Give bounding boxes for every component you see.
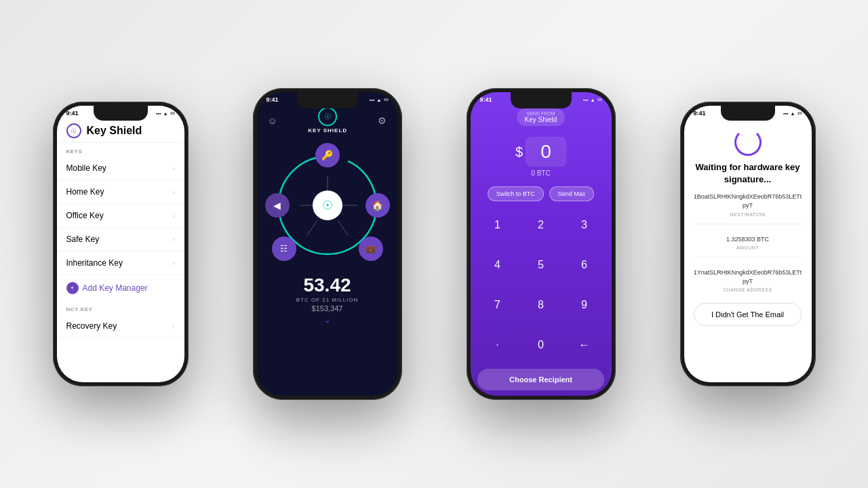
app-header: ☉ Key Shield	[57, 118, 184, 143]
app-title: Key Shield	[87, 125, 142, 137]
notch-2	[297, 92, 358, 108]
divider-1	[694, 224, 802, 224]
balance-section: 53.42 BTC OF 21 MILLION $153,347 ⌄	[296, 274, 359, 325]
spinner-icon	[734, 129, 762, 156]
usd-balance: $153,347	[296, 304, 359, 312]
status-icons-2: ▪▪▪ ▲ ▭	[370, 97, 388, 102]
battery-icon: ▭	[384, 97, 389, 102]
choose-recipient-btn[interactable]: Choose Recipient	[477, 369, 604, 390]
screen-4: 9:41 ▪▪▪ ▲ ▭ Waiting for hardware key si…	[684, 106, 812, 382]
numpad: 1 2 3 4 5 6 7 8 9 · 0 ←	[471, 205, 612, 365]
emergency-label: NCY KEY	[57, 301, 184, 314]
screen-2: 9:41 ▪▪▪ ▲ ▭ ☺ ☉ KEY SHIELD ⚙	[257, 92, 398, 396]
header-center: ☉ KEY SHIELD	[308, 107, 347, 134]
divider-2	[694, 257, 802, 258]
send-from-label: SEND FROM	[525, 111, 557, 116]
phone-2: 9:41 ▪▪▪ ▲ ▭ ☺ ☉ KEY SHIELD ⚙	[253, 88, 402, 400]
key-7[interactable]: 7	[476, 285, 519, 325]
screen-1: 9:41 ▪▪▪ ▲ ▭ ☉ Key Shield KEYS Mobile Ke…	[57, 106, 184, 382]
notch-1	[94, 106, 148, 121]
notch-3	[511, 92, 572, 108]
change-address-block: 1YnatSLRHtKNngkdXEeobR76b53LETtpyT CHANG…	[694, 268, 802, 292]
change-address-label: CHANGE ADDRESS	[694, 287, 802, 292]
status-icons-4: ▪▪▪ ▲ ▭	[783, 110, 802, 116]
node-bottom-right-icon[interactable]: 💼	[359, 237, 383, 261]
signal-icon: ▪▪▪	[583, 98, 588, 102]
battery-icon: ▭	[797, 110, 802, 116]
chevron-icon: ›	[172, 188, 174, 196]
center-icon: ☉	[313, 190, 342, 220]
wifi-icon: ▲	[591, 98, 595, 102]
destination-value: 1BoatSLRHtKNngkdXEeobR76b53LETtpyT	[694, 192, 802, 209]
key-3[interactable]: 3	[563, 205, 606, 245]
profile-icon[interactable]: ☺	[268, 115, 277, 126]
status-icons-1: ▪▪▪ ▲ ▭	[156, 110, 174, 116]
dollar-sign: $	[515, 144, 523, 160]
send-from-button[interactable]: SEND FROM Key Shield	[517, 108, 566, 126]
screen-3: 9:41 ▪▪▪ ▲ ▭ SEND FROM Key Shield $ 0	[471, 92, 612, 396]
node-right-icon[interactable]: 🏠	[366, 193, 390, 218]
time-4: 9:41	[694, 110, 706, 117]
key-4[interactable]: 4	[476, 245, 519, 285]
amount-input[interactable]: 0	[526, 137, 566, 167]
mobile-key-label: Mobile Key	[66, 163, 106, 173]
send-max-btn[interactable]: Send Max	[549, 186, 595, 201]
amount-value: 1.3258303 BTC	[694, 235, 802, 244]
dashboard-header: ☺ ☉ KEY SHIELD ⚙	[257, 104, 398, 139]
svg-line-4	[307, 220, 317, 235]
time-3: 9:41	[480, 96, 492, 103]
office-key-label: Office Key	[66, 211, 104, 220]
add-key-label: Add Key Manager	[83, 283, 148, 293]
chevron-icon: ›	[172, 165, 174, 172]
phone-3: 9:41 ▪▪▪ ▲ ▭ SEND FROM Key Shield $ 0	[467, 88, 616, 400]
dash-title: KEY SHIELD	[308, 127, 347, 134]
list-item-safe[interactable]: Safe Key ›	[57, 228, 184, 251]
status-icons-3: ▪▪▪ ▲ ▭	[583, 97, 601, 102]
list-item-office[interactable]: Office Key ›	[57, 204, 184, 228]
key-0[interactable]: 0	[519, 325, 563, 365]
recovery-key-label: Recovery Key	[66, 321, 117, 331]
list-item-mobile[interactable]: Mobile Key ›	[57, 157, 184, 180]
node-left-icon[interactable]: ◀	[265, 193, 290, 218]
amount-block: 1.3258303 BTC AMOUNT	[694, 235, 802, 251]
battery-icon: ▭	[170, 110, 175, 116]
change-address-value: 1YnatSLRHtKNngkdXEeobR76b53LETtpyT	[694, 268, 802, 285]
add-key-button[interactable]: + Add Key Manager	[57, 275, 184, 301]
time-1: 9:41	[66, 110, 79, 117]
settings-icon[interactable]: ⚙	[378, 115, 387, 126]
key-backspace[interactable]: ←	[563, 325, 606, 365]
safe-key-label: Safe Key	[66, 235, 100, 244]
expand-icon[interactable]: ⌄	[296, 315, 359, 325]
wifi-icon: ▲	[791, 111, 795, 116]
key-5[interactable]: 5	[519, 245, 563, 285]
btc-equiv: 0 BTC	[531, 169, 550, 177]
waiting-text: Waiting for hardware key signature...	[684, 161, 812, 186]
keys-section-label: KEYS	[57, 143, 184, 157]
list-item-home[interactable]: Home Key ›	[57, 180, 184, 204]
chevron-icon: ›	[172, 236, 174, 243]
key-dot[interactable]: ·	[476, 325, 519, 365]
inheritance-key-label: Inheritance Key	[66, 258, 123, 268]
action-row: Switch to BTC Send Max	[477, 186, 604, 201]
list-item-recovery[interactable]: Recovery Key ›	[57, 314, 184, 338]
signal-icon: ▪▪▪	[370, 98, 374, 102]
send-from-value: Key Shield	[525, 116, 557, 123]
key-2[interactable]: 2	[519, 205, 563, 245]
switch-btn[interactable]: Switch to BTC	[488, 186, 544, 201]
node-top-icon[interactable]: 🔑	[315, 143, 340, 167]
key-9[interactable]: 9	[563, 285, 606, 325]
destination-label: DESTINATION	[694, 212, 802, 217]
key-8[interactable]: 8	[519, 285, 563, 325]
add-icon: +	[66, 282, 79, 294]
phone-4: 9:41 ▪▪▪ ▲ ▭ Waiting for hardware key si…	[680, 102, 816, 386]
battery-icon: ▭	[597, 97, 602, 102]
no-email-button[interactable]: I Didn't Get The Email	[694, 303, 802, 326]
key-6[interactable]: 6	[563, 245, 606, 285]
phone-1: 9:41 ▪▪▪ ▲ ▭ ☉ Key Shield KEYS Mobile Ke…	[53, 102, 189, 386]
key-1[interactable]: 1	[476, 205, 519, 245]
list-item-inheritance[interactable]: Inheritance Key ›	[57, 251, 184, 275]
shield-logo-icon: ☉	[66, 123, 81, 138]
destination-block: 1BoatSLRHtKNngkdXEeobR76b53LETtpyT DESTI…	[694, 192, 802, 216]
node-bottom-left-icon[interactable]: ☷	[272, 237, 296, 261]
amount-label: AMOUNT	[694, 245, 802, 250]
